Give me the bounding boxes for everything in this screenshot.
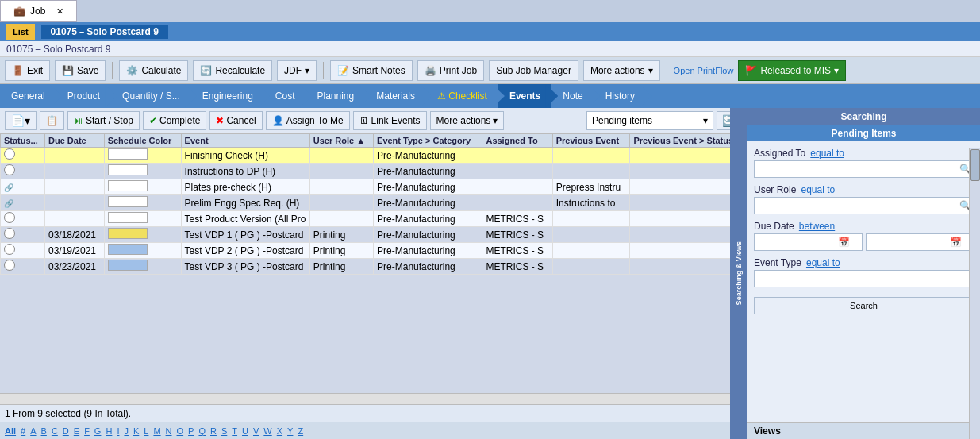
released-to-mis-button[interactable]: 🚩 Released to MIS ▾ (738, 60, 846, 81)
alpha-item-j[interactable]: J (122, 426, 130, 436)
tab-history[interactable]: History (594, 84, 646, 108)
assigned-to-field[interactable] (758, 164, 970, 174)
alpha-item-b[interactable]: B (40, 426, 48, 436)
new-event-button[interactable]: 📄▾ (5, 111, 37, 130)
tab-quantity[interactable]: Quantity / S... (111, 84, 191, 108)
calendar-from-icon[interactable]: 📅 (838, 237, 850, 248)
assign-to-me-button[interactable]: 👤 Assign To Me (266, 111, 350, 130)
edit-button[interactable]: 📋 (40, 111, 64, 130)
list-button[interactable]: List (6, 24, 35, 40)
alpha-item-q[interactable]: Q (197, 426, 207, 436)
tab-materials[interactable]: Materials (365, 84, 426, 108)
col-prev-event[interactable]: Previous Event (552, 134, 630, 148)
due-date-from-field[interactable] (758, 237, 838, 247)
tab-checklist[interactable]: ⚠ Checklist (426, 84, 498, 108)
col-status[interactable]: Status... (1, 134, 45, 148)
alpha-item-a[interactable]: A (29, 426, 37, 436)
events-more-actions-button[interactable]: More actions ▾ (430, 111, 505, 130)
exit-button[interactable]: 🚪 Exit (5, 60, 50, 81)
due-date-link[interactable]: between (799, 221, 835, 232)
tab-job[interactable]: 💼 Job ✕ (0, 0, 77, 22)
table-row[interactable]: 🔗 Plates pre-check (H) Pre-Manufacturing… (1, 179, 746, 195)
alpha-item-#[interactable]: # (19, 426, 27, 436)
calculate-button[interactable]: ⚙️ Calculate (119, 60, 188, 81)
alpha-item-s[interactable]: S (220, 426, 229, 436)
alpha-item-k[interactable]: K (132, 426, 140, 436)
col-user-role[interactable]: User Role ▲ (309, 134, 373, 148)
user-role-link[interactable]: equal to (801, 184, 835, 195)
alpha-item-y[interactable]: Y (286, 426, 294, 436)
table-row[interactable]: 🔗 Prelim Engg Spec Req. (H) Pre-Manufact… (1, 195, 746, 211)
table-row[interactable]: Finishing Check (H) Pre-Manufacturing (1, 148, 746, 164)
alpha-item-n[interactable]: N (164, 426, 174, 436)
alpha-item-l[interactable]: L (142, 426, 150, 436)
tab-engineering[interactable]: Engineering (191, 84, 264, 108)
event-type-input-container[interactable] (754, 270, 974, 287)
alpha-item-v[interactable]: V (252, 426, 260, 436)
alpha-item-x[interactable]: X (275, 426, 284, 436)
alpha-item-f[interactable]: F (83, 426, 91, 436)
recalculate-button[interactable]: 🔄 Recalculate (193, 60, 272, 81)
tab-close-icon[interactable]: ✕ (56, 6, 63, 17)
table-row[interactable]: 03/19/2021 Test VDP 2 ( PG ) -Postcard P… (1, 243, 746, 259)
job-title: 01075 – Solo Postcard 9 (41, 25, 168, 39)
table-row[interactable]: Instructions to DP (H) Pre-Manufacturing (1, 164, 746, 179)
assigned-to-link[interactable]: equal to (810, 148, 844, 159)
tab-note[interactable]: Note (551, 84, 594, 108)
tab-general[interactable]: General (0, 84, 56, 108)
start-stop-button[interactable]: ⏯ Start / Stop (67, 111, 140, 130)
cancel-button[interactable]: ✖ Cancel (209, 111, 262, 130)
col-due-date[interactable]: Due Date (44, 134, 104, 148)
table-row[interactable]: 03/18/2021 Test VDP 1 ( PG ) -Postcard P… (1, 227, 746, 243)
col-event-type[interactable]: Event Type > Category (374, 134, 482, 148)
col-assigned-to[interactable]: Assigned To (482, 134, 552, 148)
right-panel-scrollbar[interactable] (969, 148, 980, 439)
alpha-item-c[interactable]: C (50, 426, 60, 436)
alpha-item-t[interactable]: T (230, 426, 239, 436)
link-events-button[interactable]: 🗓 Link Events (353, 111, 427, 130)
jdf-button[interactable]: JDF ▾ (277, 60, 317, 81)
save-button[interactable]: 💾 Save (55, 60, 106, 81)
sub-job-manager-button[interactable]: Sub Job Manager (489, 60, 578, 81)
alpha-item-m[interactable]: M (152, 426, 162, 436)
alpha-item-z[interactable]: Z (296, 426, 305, 436)
alpha-item-e[interactable]: E (72, 426, 81, 436)
pending-items-dropdown[interactable]: Pending items ▾ (586, 111, 713, 130)
table-row[interactable]: 03/23/2021 Test VDP 3 ( PG ) -Postcard P… (1, 259, 746, 275)
assigned-to-input[interactable]: 🔍 (754, 160, 974, 178)
calendar-to-icon[interactable]: 📅 (950, 237, 962, 248)
alpha-item-u[interactable]: U (240, 426, 250, 436)
searching-views-tab[interactable]: Searching & Views (730, 108, 747, 439)
user-role-field[interactable] (758, 201, 970, 210)
complete-button[interactable]: ✔ Complete (143, 111, 206, 130)
event-type-link[interactable]: equal to (806, 257, 840, 268)
alpha-item-i[interactable]: I (115, 426, 121, 436)
scroll-thumb[interactable] (970, 149, 980, 181)
smart-notes-button[interactable]: 📝 Smart Notes (330, 60, 413, 81)
due-date-to[interactable]: 📅 (866, 233, 974, 251)
event-type-field[interactable] (758, 274, 970, 283)
more-actions-button[interactable]: More actions ▾ (583, 60, 660, 81)
user-role-input[interactable]: 🔍 (754, 197, 974, 214)
alpha-item-h[interactable]: H (104, 426, 113, 436)
alpha-item-r[interactable]: R (209, 426, 218, 436)
due-date-from[interactable]: 📅 (754, 233, 863, 251)
alpha-item-w[interactable]: W (262, 426, 273, 436)
alpha-item-all[interactable]: All (3, 426, 17, 436)
search-button[interactable]: Search (754, 297, 974, 314)
alpha-item-o[interactable]: O (175, 426, 186, 436)
alpha-item-g[interactable]: G (93, 426, 103, 436)
tab-product[interactable]: Product (56, 84, 111, 108)
alpha-item-p[interactable]: P (186, 426, 195, 436)
alpha-item-d[interactable]: D (61, 426, 71, 436)
tab-events[interactable]: Events (498, 84, 551, 108)
print-job-button[interactable]: 🖨️ Print Job (417, 60, 484, 81)
tab-planning[interactable]: Planning (306, 84, 366, 108)
col-schedule-color[interactable]: Schedule Color (104, 134, 181, 148)
open-printflow-link[interactable]: Open PrintFlow (674, 66, 734, 75)
col-prev-status[interactable]: Previous Event > Status (630, 134, 746, 148)
table-scrollbar[interactable] (0, 393, 746, 404)
due-date-to-field[interactable] (870, 237, 950, 247)
table-row[interactable]: Test Product Version (All Pro Pre-Manufa… (1, 211, 746, 227)
col-event[interactable]: Event (181, 134, 309, 148)
